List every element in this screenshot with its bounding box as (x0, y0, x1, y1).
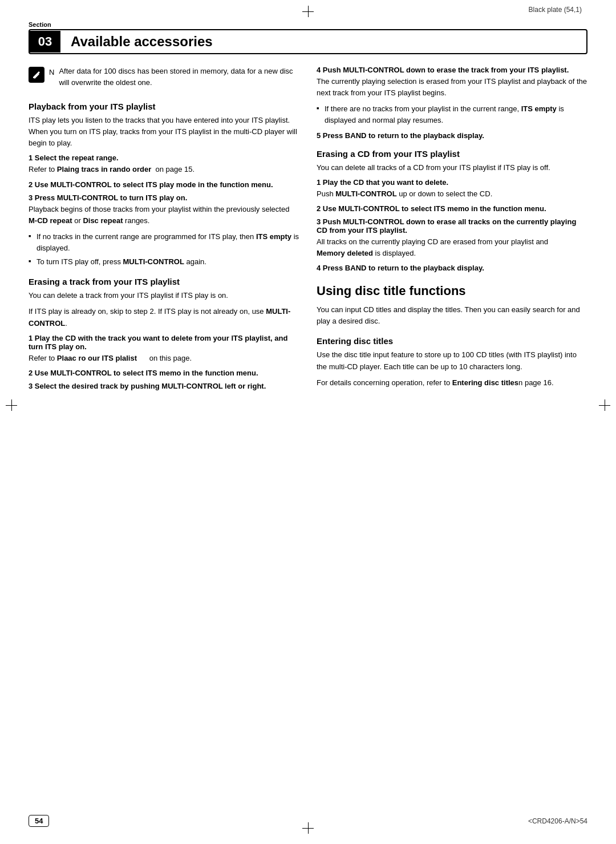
entering-disc-body2: For details concerning operation, refer … (317, 377, 587, 389)
footer-code: <CRD4206-A/N>54 (528, 817, 587, 825)
step-1-3-bold1: M-CD repeat (29, 216, 72, 225)
subsection-playback: Playback from your ITS playlist ITS play… (29, 102, 299, 268)
section-title: Available accessories (60, 30, 223, 53)
entering-disc-body1: Use the disc title input feature to stor… (317, 349, 587, 372)
step-r-4-body: The currently playing selection is erase… (317, 76, 587, 99)
memory-deleted: Memory deleted (317, 249, 373, 257)
step-1-3-bold2: Disc repeat (83, 216, 123, 225)
step-1-3-body: Playback begins of those tracks from you… (29, 204, 299, 227)
step-2-1-title: 1 Play the CD with the track you want to… (29, 334, 299, 351)
step-2-2-title: 2 Use MULTI-CONTROL to select ITS memo i… (29, 369, 299, 377)
step-r-4: 4 Push MULTI-CONTROL down to erase the t… (317, 66, 587, 99)
subsection-playback-heading: Playback from your ITS playlist (29, 102, 299, 111)
step-3-3: 3 Push MULTI-CONTROL down to erase all t… (317, 217, 587, 259)
erase-cd-body: You can delete all tracks of a CD from y… (317, 162, 587, 173)
step-3-3-title: 3 Push MULTI-CONTROL down to erase all t… (317, 217, 587, 235)
entering-disc-ref: Entering disc titles (452, 378, 518, 387)
erase-track-body2: If ITS play is already on, skip to step … (29, 306, 299, 329)
big-section-heading: Using disc title functions (317, 284, 587, 298)
step-3-4: 4 Press BAND to return to the playback d… (317, 264, 587, 272)
note-box: N After data for 100 discs has been stor… (29, 66, 299, 92)
bullet-1-1: If no tracks in the current range are pr… (29, 231, 299, 254)
step-3-1-title: 1 Play the CD that you want to delete. (317, 178, 587, 187)
step-3-4-title: 4 Press BAND to return to the playback d… (317, 264, 587, 272)
note-icon (29, 67, 44, 83)
step-3-2: 2 Use MULTI-CONTROL to select ITS memo i… (317, 204, 587, 213)
top-bar-text: Black plate (54,1) (529, 6, 582, 14)
step-3-1-body: Push MULTI-CONTROL up or down to select … (317, 188, 587, 200)
pencil-icon (32, 70, 41, 79)
crosshair-right (599, 399, 610, 411)
subsection-erase-cd-heading: Erasing a CD from your ITS playlist (317, 149, 587, 159)
right-column: 4 Push MULTI-CONTROL down to erase the t… (317, 66, 587, 395)
step-1-3-ranges: ranges. (125, 216, 149, 225)
step-2-2: 2 Use MULTI-CONTROL to select ITS memo i… (29, 369, 299, 377)
erase-track-body1: You can delete a track from your ITS pla… (29, 290, 299, 301)
main-content: N After data for 100 discs has been stor… (0, 66, 616, 395)
step-1-2: 2 Use MULTI-CONTROL to select ITS play m… (29, 180, 299, 189)
subsection-playback-body: ITS play lets you listen to the tracks t… (29, 115, 299, 149)
section-label: Section (0, 17, 616, 29)
footer: 54 <CRD4206-A/N>54 (0, 815, 616, 827)
its-empty-2: ITS empty (521, 104, 557, 113)
left-column: N After data for 100 discs has been stor… (29, 66, 299, 395)
section-number: 03 (30, 31, 60, 53)
step-1-3-title: 3 Press MULTI-CONTROL to turn ITS play o… (29, 193, 299, 202)
step-2-3-title: 3 Select the desired track by pushing MU… (29, 382, 299, 390)
step-1-2-title: 2 Use MULTI-CONTROL to select ITS play m… (29, 180, 299, 189)
big-section: Using disc title functions You can input… (317, 284, 587, 389)
subsection-erase-track: Erasing a track from your ITS playlist Y… (29, 277, 299, 390)
multi-control-ref3: MULTI-CONTROL (335, 189, 396, 198)
footer-page-number: 54 (29, 815, 49, 827)
step-2-1-ref: Plaac ro our ITS plalist (57, 354, 137, 362)
step-2-3: 3 Select the desired track by pushing MU… (29, 382, 299, 390)
note-letter: N (49, 66, 54, 76)
step-1-3: 3 Press MULTI-CONTROL to turn ITS play o… (29, 193, 299, 227)
subsection-erase-cd: Erasing a CD from your ITS playlist You … (317, 149, 587, 273)
step-1-1: 1 Select the repeat range. Refer to Plai… (29, 154, 299, 175)
multi-control-ref: MULTI-CONTROL (123, 257, 184, 266)
step-1-1-body: Refer to Plaing tracs in rando order on … (29, 164, 299, 175)
step-3-1: 1 Play the CD that you want to delete. P… (317, 178, 587, 200)
note-text: After data for 100 discs has been stored… (59, 66, 299, 88)
section-header: 03 Available accessories (29, 29, 587, 54)
entering-disc-heading: Entering disc titles (317, 336, 587, 346)
step-r-5-title: 5 Press BAND to return to the playback d… (317, 131, 587, 140)
step-r-5: 5 Press BAND to return to the playback d… (317, 131, 587, 140)
page-container: Black plate (54,1) Section 03 Available … (0, 0, 616, 844)
bullet-1-2: To turn ITS play off, press MULTI-CONTRO… (29, 256, 299, 268)
subsection-erase-track-heading: Erasing a track from your ITS playlist (29, 277, 299, 286)
bullet-r-1: If there are no tracks from your playlis… (317, 103, 587, 126)
step-r-4-title: 4 Push MULTI-CONTROL down to erase the t… (317, 66, 587, 74)
big-section-body: You can input CD titles and display the … (317, 304, 587, 327)
step-3-3-body: All tracks on the currently playing CD a… (317, 236, 587, 259)
its-empty-1: ITS empty (256, 232, 291, 241)
step-3-2-title: 2 Use MULTI-CONTROL to select ITS memo i… (317, 204, 587, 213)
step-2-1-body: Refer to Plaac ro our ITS plalist on thi… (29, 353, 299, 364)
step-1-1-title: 1 Select the repeat range. (29, 154, 299, 162)
crosshair-left (6, 399, 17, 411)
step-1-3-or: or (74, 216, 83, 225)
step-1-1-ref: Plaing tracs in rando order (57, 165, 151, 173)
step-2-1: 1 Play the CD with the track you want to… (29, 334, 299, 364)
multi-control-ref2: MULTI-CONTROL (29, 307, 290, 327)
crosshair-top (302, 6, 314, 17)
